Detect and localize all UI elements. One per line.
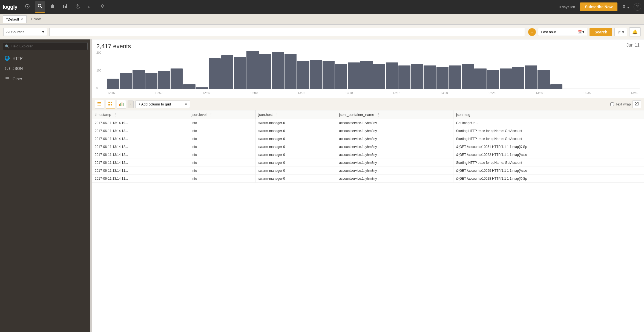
chart-bar[interactable] — [234, 57, 246, 89]
terminal-nav-icon[interactable]: >_ — [85, 3, 95, 11]
chart-bar[interactable] — [323, 61, 335, 89]
text-wrap-checkbox[interactable] — [610, 102, 614, 106]
time-range-select[interactable]: Last hour 📅 ▾ — [538, 28, 587, 36]
table-cell-json-level: info — [189, 175, 256, 183]
col-drag-json-host[interactable]: ⋮ — [275, 113, 279, 117]
chart-bar[interactable] — [310, 60, 322, 89]
table-cell-json-host: swarm-manager-0 — [255, 135, 336, 143]
sidebar-item-json[interactable]: {:} JSON — [0, 64, 90, 73]
text-wrap-label[interactable]: Text wrap — [616, 102, 631, 106]
table-row[interactable]: 2017-06-11 13:14:13...infoswarm-manager-… — [92, 135, 644, 143]
export-button[interactable] — [633, 100, 641, 108]
chart-bar[interactable] — [284, 54, 297, 89]
sidebar-item-other[interactable]: ☰ Other — [0, 73, 90, 84]
chart-bar[interactable] — [550, 84, 562, 89]
chart-bar[interactable] — [221, 55, 233, 89]
table-row[interactable]: 2017-06-11 13:14:13...infoswarm-manager-… — [92, 127, 644, 135]
new-tab-button[interactable]: + New — [28, 15, 43, 23]
add-column-select[interactable]: + Add column to grid ▾ — [135, 101, 190, 108]
chart-bar[interactable] — [436, 67, 449, 89]
sidebar: 🔍 🌐 HTTP {:} JSON ☰ Other — [0, 39, 90, 332]
search-nav-icon[interactable] — [35, 1, 45, 13]
app-logo: loggly — [3, 4, 17, 10]
add-column-label: + Add column to grid — [138, 102, 171, 106]
y-label-100: 100 — [96, 69, 105, 72]
chart-bar[interactable] — [196, 87, 208, 89]
search-button[interactable]: Search — [590, 28, 612, 36]
chart-bar[interactable] — [348, 62, 360, 89]
svg-rect-18 — [111, 104, 112, 105]
chart-x-label: 12:45 — [107, 91, 115, 95]
table-row[interactable]: 2017-06-11 13:14:11...infoswarm-manager-… — [92, 167, 644, 175]
chart-bar[interactable] — [183, 84, 195, 89]
list-view-button[interactable] — [95, 100, 104, 108]
chart-bar[interactable] — [297, 61, 309, 89]
sidebar-label-other: Other — [13, 77, 22, 81]
chart-area[interactable]: 12:4512:5012:5513:0013:0513:1013:1513:20… — [106, 51, 640, 96]
chart-bar[interactable] — [512, 67, 524, 89]
chart-bar[interactable] — [335, 64, 347, 89]
chart-bar[interactable] — [259, 54, 271, 89]
chart-view-button[interactable] — [117, 100, 126, 108]
user-menu[interactable]: ▾ — [620, 2, 631, 12]
col-drag-json-container[interactable]: ⋮ — [377, 113, 380, 117]
alerts-nav-icon[interactable] — [47, 2, 58, 12]
chart-bar[interactable] — [272, 52, 284, 89]
chart-bar[interactable] — [120, 73, 132, 89]
source-select[interactable]: All Sources ▾ — [3, 28, 47, 36]
chart-bar[interactable] — [386, 62, 398, 89]
svg-rect-20 — [120, 103, 121, 106]
chart-bar[interactable] — [500, 68, 512, 89]
chart-bar[interactable] — [360, 61, 372, 89]
table-cell-json-msg: Starting HTTP trace for opName: GetAccou… — [453, 127, 644, 135]
table-row[interactable]: 2017-06-11 13:14:12...infoswarm-manager-… — [92, 151, 644, 159]
tab-close-button[interactable]: ✕ — [21, 18, 23, 21]
col-drag-json-level[interactable]: ⋮ — [209, 113, 213, 117]
field-explorer-input[interactable] — [3, 42, 88, 50]
search-input[interactable] — [49, 28, 525, 36]
grid-view-button[interactable] — [106, 100, 115, 108]
chart-bar[interactable] — [373, 64, 385, 89]
chart-bar[interactable] — [462, 64, 474, 89]
chart-bar[interactable] — [474, 68, 486, 89]
subscribe-button[interactable]: Subscribe Now — [580, 2, 617, 11]
table-cell-json-level: info — [189, 167, 256, 175]
table-body: 2017-06-11 13:14:19...infoswarm-manager-… — [92, 119, 644, 183]
chart-bar[interactable] — [449, 65, 461, 89]
table-cell-json-msg: &{GET /accounts/10051 HTTP/1.1 1 1 map[X… — [453, 143, 644, 151]
chart-bar[interactable] — [133, 70, 145, 89]
chart-bar[interactable] — [171, 68, 183, 89]
table-cell-json-host: swarm-manager-0 — [255, 167, 336, 175]
days-left-label: 0 days left — [559, 5, 575, 9]
help-button[interactable]: ? — [634, 3, 641, 11]
tips-nav-icon[interactable] — [97, 2, 108, 12]
reports-nav-icon[interactable] — [60, 2, 70, 12]
favorites-button[interactable]: ☆ ▾ — [614, 28, 627, 36]
dashboard-nav-icon[interactable] — [22, 2, 33, 12]
chart-bar[interactable] — [487, 70, 499, 89]
search-expand-button[interactable]: ⌄ — [528, 28, 536, 36]
chart-x-label: 13:15 — [393, 91, 401, 95]
table-row[interactable]: 2017-06-11 13:14:19...infoswarm-manager-… — [92, 119, 644, 127]
chart-bar[interactable] — [537, 70, 550, 89]
upload-nav-icon[interactable] — [73, 2, 83, 12]
chart-bar[interactable] — [246, 51, 258, 89]
sidebar-item-http[interactable]: 🌐 HTTP — [0, 53, 90, 64]
chart-bar[interactable] — [424, 65, 436, 89]
chart-bar[interactable] — [158, 71, 170, 89]
chart-bar[interactable] — [411, 64, 423, 89]
view-more-button[interactable]: › — [128, 101, 134, 108]
chart-bar[interactable] — [145, 73, 157, 89]
chart-bar[interactable] — [107, 79, 119, 89]
table-container[interactable]: timestamp ⋮ json.level ⋮ json.host ⋮ j — [92, 110, 644, 332]
chart-bar[interactable] — [398, 65, 410, 89]
col-drag-timestamp[interactable]: ⋮ — [114, 113, 117, 117]
chart-bar[interactable] — [209, 58, 221, 89]
table-row[interactable]: 2017-06-11 13:14:12...infoswarm-manager-… — [92, 143, 644, 151]
alerts-button[interactable]: 🔔 — [629, 27, 641, 36]
table-row[interactable]: 2017-06-11 13:14:12...infoswarm-manager-… — [92, 159, 644, 167]
chart-bar[interactable] — [525, 65, 537, 89]
table-row[interactable]: 2017-06-11 13:14:11...infoswarm-manager-… — [92, 175, 644, 183]
table-cell-json-host: swarm-manager-0 — [255, 159, 336, 167]
default-tab[interactable]: *Default ✕ — [3, 15, 27, 23]
